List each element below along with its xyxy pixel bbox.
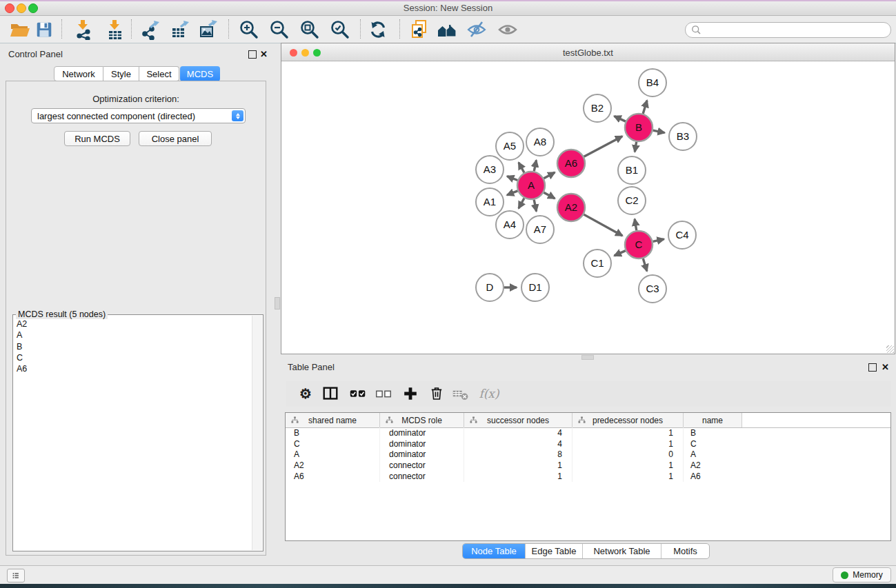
table-row[interactable]: A6connector11A6 bbox=[286, 471, 890, 482]
result-item[interactable]: A2 bbox=[17, 318, 252, 330]
graph-edge-A-A6[interactable] bbox=[544, 172, 555, 179]
tab-motifs[interactable]: Motifs bbox=[661, 544, 709, 558]
graph-node-label: C1 bbox=[590, 257, 604, 269]
network-window-titlebar: testGlobe.txt bbox=[281, 43, 895, 61]
search-input[interactable] bbox=[705, 25, 890, 36]
graph-edge-C-C2[interactable] bbox=[635, 219, 637, 231]
save-session-icon[interactable] bbox=[32, 18, 56, 41]
memory-button[interactable]: Memory bbox=[833, 567, 891, 582]
toolbar-separator bbox=[61, 19, 62, 39]
open-session-icon[interactable] bbox=[8, 18, 31, 41]
column-header-0[interactable]: shared name bbox=[286, 413, 380, 427]
table-cell: connector bbox=[380, 460, 464, 471]
network-canvas[interactable]: B4B2BB3A5A8A6A3B1AA1C2A2A4A7C4CC1C3DD1 bbox=[281, 61, 895, 354]
result-item[interactable]: A bbox=[17, 330, 252, 341]
show-eye-icon[interactable] bbox=[496, 18, 519, 41]
tab-mcds[interactable]: MCDS bbox=[180, 66, 220, 81]
graph-edge-C-C4[interactable] bbox=[653, 239, 664, 242]
graph-edge-A-A5[interactable] bbox=[519, 163, 524, 173]
table-cell: dominator bbox=[380, 438, 464, 449]
table-row[interactable]: Cdominator41C bbox=[286, 438, 890, 449]
zoom-in-icon[interactable] bbox=[237, 18, 261, 41]
table-row[interactable]: Bdominator41B bbox=[286, 427, 890, 438]
export-image-icon[interactable] bbox=[197, 18, 220, 41]
toolbar-separator bbox=[360, 19, 361, 39]
result-item[interactable]: C bbox=[17, 352, 252, 363]
window-resize-grip[interactable] bbox=[886, 345, 894, 353]
graph-edge-A-A1[interactable] bbox=[507, 191, 517, 195]
tab-network[interactable]: Network bbox=[54, 66, 103, 81]
add-column-icon[interactable] bbox=[399, 383, 421, 405]
graph-edge-B-B2[interactable] bbox=[614, 116, 626, 121]
function-builder-icon[interactable]: f(x) bbox=[474, 383, 504, 405]
column-header-2[interactable]: successor nodes bbox=[464, 413, 573, 427]
table-cell: connector bbox=[380, 471, 464, 482]
import-table-icon[interactable] bbox=[103, 18, 127, 41]
graph-edge-A-A3[interactable] bbox=[507, 176, 517, 181]
tab-edge-table[interactable]: Edge Table bbox=[525, 544, 582, 558]
graph-edge-A-A2[interactable] bbox=[544, 192, 555, 199]
search-field[interactable] bbox=[685, 22, 891, 38]
vertical-split-divider-grip[interactable] bbox=[275, 297, 280, 310]
table-cell: dominator bbox=[380, 427, 464, 438]
control-panel-float-icon[interactable] bbox=[248, 50, 257, 59]
run-mcds-button[interactable]: Run MCDS bbox=[64, 131, 130, 146]
graph-edge-C-C1[interactable] bbox=[615, 251, 626, 256]
table-cell: 1 bbox=[464, 460, 573, 471]
select-all-checkboxes-icon[interactable] bbox=[347, 383, 369, 405]
table-panel-float-icon[interactable] bbox=[868, 363, 877, 372]
delete-table-icon[interactable] bbox=[450, 383, 472, 405]
optimization-criterion-select[interactable]: largest connected component (directed) bbox=[31, 108, 246, 123]
export-network-icon[interactable] bbox=[139, 18, 162, 41]
home-icon[interactable] bbox=[435, 18, 459, 41]
result-scrollbar[interactable] bbox=[252, 316, 262, 550]
tab-select[interactable]: Select bbox=[139, 66, 179, 81]
deselect-all-checkboxes-icon[interactable] bbox=[372, 383, 395, 405]
application-window: Session: New Session bbox=[0, 0, 896, 588]
tab-style[interactable]: Style bbox=[103, 66, 139, 81]
result-item[interactable]: A6 bbox=[17, 363, 252, 374]
export-table-icon[interactable] bbox=[168, 18, 192, 41]
refresh-layout-icon[interactable] bbox=[366, 18, 390, 41]
table-row[interactable]: A2connector11A2 bbox=[286, 460, 890, 471]
table-row[interactable]: Adominator80A bbox=[286, 449, 890, 460]
delete-column-icon[interactable] bbox=[426, 383, 448, 405]
table-cell: A6 bbox=[286, 471, 380, 482]
settings-gear-icon[interactable]: ⚙ bbox=[295, 383, 317, 405]
zoom-fit-content-icon[interactable] bbox=[298, 18, 321, 41]
graph-edge-A-A7[interactable] bbox=[534, 200, 536, 212]
close-panel-button[interactable]: Close panel bbox=[139, 131, 212, 146]
table-panel-close-icon[interactable]: ✕ bbox=[882, 363, 889, 372]
graph-edge-B-B4[interactable] bbox=[643, 101, 647, 114]
graph-edge-B-B3[interactable] bbox=[653, 130, 665, 132]
clone-network-icon[interactable] bbox=[408, 18, 431, 41]
tab-network-table[interactable]: Network Table bbox=[582, 544, 661, 558]
graph-node-label: B3 bbox=[677, 130, 689, 142]
graph-edge-B-B1[interactable] bbox=[635, 142, 636, 152]
result-item[interactable]: B bbox=[17, 341, 252, 352]
graph-edge-A2-C[interactable] bbox=[584, 214, 622, 236]
tab-node-table[interactable]: Node Table bbox=[463, 544, 525, 558]
graph-edge-A6-B[interactable] bbox=[584, 136, 623, 157]
hide-eye-icon[interactable] bbox=[465, 18, 488, 41]
column-header-3[interactable]: predecessor nodes bbox=[573, 413, 684, 427]
graph-edge-A-A8[interactable] bbox=[534, 160, 536, 171]
graph-node-label: A bbox=[528, 179, 535, 191]
optimization-criterion-value: largest connected component (directed) bbox=[37, 111, 195, 121]
zoom-selected-icon[interactable] bbox=[328, 18, 352, 41]
titlebar-accent-line bbox=[0, 0, 896, 1]
table-panel: Table Panel ✕ ⚙ bbox=[281, 358, 896, 565]
column-view-icon[interactable] bbox=[319, 383, 341, 405]
zoom-out-icon[interactable] bbox=[268, 18, 291, 41]
graph-node-label: B bbox=[635, 121, 642, 133]
task-history-icon[interactable] bbox=[7, 569, 25, 582]
search-icon bbox=[690, 24, 702, 36]
graph-edge-A-A4[interactable] bbox=[519, 198, 524, 208]
column-header-4[interactable]: name bbox=[684, 413, 742, 427]
column-header-1[interactable]: MCDS role bbox=[380, 413, 464, 427]
import-network-icon[interactable] bbox=[72, 18, 95, 41]
graph-edge-C-C3[interactable] bbox=[643, 258, 647, 271]
control-panel-close-icon[interactable]: ✕ bbox=[260, 50, 268, 59]
memory-status-icon bbox=[841, 571, 848, 579]
mcds-result-list[interactable]: A2ABCA6 bbox=[13, 315, 252, 551]
